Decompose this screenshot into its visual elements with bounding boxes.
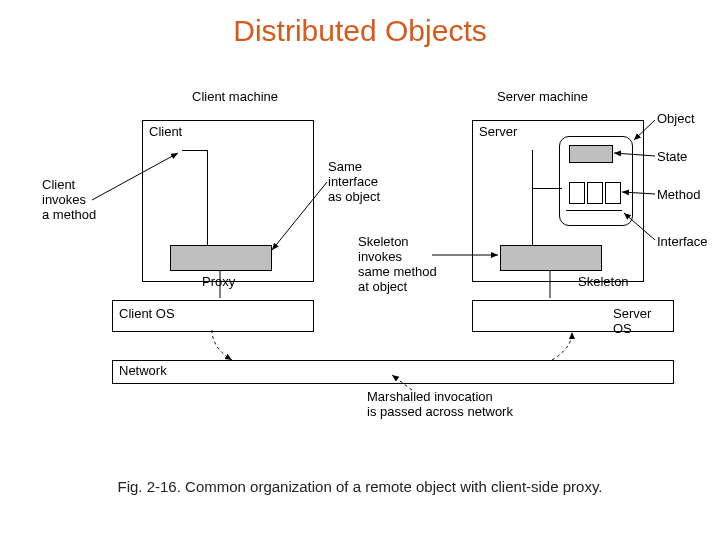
client-machine-label: Client machine — [192, 90, 278, 105]
server-os-label: Server OS — [613, 307, 673, 337]
network-label: Network — [119, 364, 167, 379]
client-os-box: Client OS — [112, 300, 314, 332]
skeleton-box — [500, 245, 602, 271]
skeleton-invokes-label: Skeleton invokes same method at object — [358, 235, 437, 295]
proxy-label: Proxy — [202, 275, 235, 290]
state-box — [569, 145, 613, 163]
page-title: Distributed Objects — [0, 14, 720, 48]
same-interface-label: Same interface as object — [328, 160, 380, 205]
server-wire — [532, 150, 533, 245]
client-wire-down — [207, 150, 208, 245]
object-label: Object — [657, 112, 695, 127]
figure-caption: Fig. 2-16. Common organization of a remo… — [0, 478, 720, 495]
client-os-label: Client OS — [119, 307, 175, 322]
server-label: Server — [479, 125, 517, 140]
proxy-box — [170, 245, 272, 271]
method-label: Method — [657, 188, 700, 203]
network-box: Network — [112, 360, 674, 384]
client-invokes-label: Client invokes a method — [42, 178, 96, 223]
method-box-1 — [569, 182, 585, 204]
state-label: State — [657, 150, 687, 165]
marshalled-label: Marshalled invocation is passed across n… — [367, 390, 513, 420]
interface-line — [566, 210, 622, 211]
server-os-box: Server OS — [472, 300, 674, 332]
client-wire — [182, 150, 208, 151]
client-label: Client — [149, 125, 182, 140]
method-box-3 — [605, 182, 621, 204]
skeleton-label: Skeleton — [578, 275, 629, 290]
interface-label: Interface — [657, 235, 708, 250]
server-wire-to-object — [532, 188, 562, 189]
server-machine-label: Server machine — [497, 90, 588, 105]
method-box-2 — [587, 182, 603, 204]
diagram-stage: Client machine Server machine Client Pro… — [72, 80, 672, 440]
